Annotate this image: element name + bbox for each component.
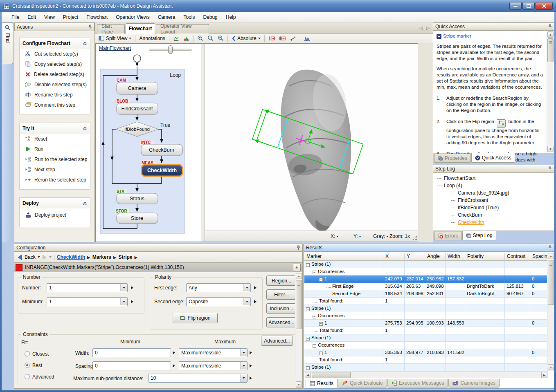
zoom-reset-button[interactable] [206,34,215,42]
table-row[interactable]: Total found:1 [304,327,547,334]
table-row[interactable]: −Stripe (1) [304,261,547,268]
chevron-down-icon[interactable] [240,374,247,382]
table-row[interactable]: Second Edge168.534208.398252.801DarkToBr… [304,290,547,298]
camera-image-view[interactable] [205,44,418,231]
table-row[interactable]: Total found:1 [304,298,547,305]
collapse-chevron-icon[interactable] [83,126,87,131]
tab-properties[interactable]: Properties [434,154,471,163]
results-vertical-scrollbar[interactable]: ▲ ▼ [547,253,554,371]
configuration-scrollbar[interactable]: ▲ ▼ [295,273,302,388]
parameter-expand-icon[interactable] [131,286,133,289]
action-delete[interactable]: Delete selected step(s) [20,69,90,79]
radio-advanced[interactable] [25,374,30,379]
pin-icon[interactable] [548,166,552,171]
parameter-expand-icon[interactable] [250,351,252,354]
minimize-button[interactable] [509,2,522,10]
parameter-expand-icon[interactable] [131,300,133,303]
flowchart-pane[interactable]: MainFlowchart Loop [96,44,205,242]
parameter-expand-icon[interactable] [254,286,257,289]
results-horizontal-scrollbar[interactable]: ◀ ▶ [304,371,548,378]
configure-flowchart-header[interactable]: Configure Flowchart [20,38,90,49]
chevron-down-icon[interactable] [243,284,250,291]
action-reset[interactable]: Reset [20,134,90,144]
find-tab[interactable]: Find [2,22,13,64]
collapse-icon[interactable]: − [319,278,323,282]
menu-view[interactable]: View [40,13,59,22]
action-disable[interactable]: Disable selected step(s) [20,79,90,90]
pin-icon[interactable] [297,245,300,250]
scrollbar-thumb[interactable] [296,280,302,329]
step-log-item[interactable]: FlowchartStart [433,175,554,182]
export-region-button[interactable] [267,35,277,42]
column-header-x[interactable]: X [383,253,405,261]
table-row[interactable]: +1275.753294.995100.993143.5590 [304,320,547,327]
scroll-right-icon[interactable]: ▶ [541,372,547,378]
region-button[interactable]: Region... [266,276,297,286]
collapse-chevron-icon[interactable] [83,41,87,46]
chevron-down-icon[interactable] [38,256,40,258]
export-marker-button[interactable] [277,35,287,42]
tab-execution-messages[interactable]: Execution Messages [387,379,448,388]
inclusion-button[interactable]: Inclusion... [266,303,297,314]
action-run[interactable]: Run [20,144,90,154]
back-icon[interactable] [17,254,23,260]
column-header-marker[interactable]: Marker [304,253,383,261]
tab-step-log[interactable]: Step Log [462,231,496,240]
tab-flowchart[interactable]: Flowchart [126,23,155,34]
collapse-icon[interactable]: − [313,315,316,318]
action-deploy-project[interactable]: Deploy project [20,208,90,222]
column-header-spacing[interactable]: Spacing [530,253,547,261]
table-row[interactable]: Total found:1 [304,356,547,364]
scroll-up-icon[interactable]: ▲ [296,273,302,279]
table-row[interactable]: −Stripe (1) [304,334,547,342]
parameter-expand-icon[interactable] [173,351,175,354]
filter-button[interactable]: Filter... [266,289,297,300]
first-edge-combobox[interactable]: Any [186,283,251,292]
tab-start-page[interactable]: Start Page [97,24,125,34]
action-cut[interactable]: Cut selected step(s) [20,49,90,59]
radio-label[interactable]: Advanced [32,374,54,380]
menu-edit[interactable]: Edit [23,13,40,22]
table-row[interactable]: First Edge315.624265.63249.098BrightToDa… [304,283,547,290]
number-combobox[interactable]: 1 [47,283,128,292]
zoom-out-button[interactable] [216,34,225,42]
flip-region-button[interactable]: Flip region [173,313,218,323]
pin-icon[interactable] [548,24,552,29]
tab-scroll-right-icon[interactable]: ▷ [426,25,430,31]
menu-tools[interactable]: Tools [179,13,199,22]
advanced-button[interactable]: Advanced... [266,317,297,327]
table-row[interactable]: −Occurrences [304,342,547,349]
maximize-button[interactable] [522,2,535,10]
menu-file[interactable]: File [7,13,23,22]
step-log-item[interactable]: FindCroissant [433,197,554,204]
try-it-header[interactable]: Try It [20,123,90,134]
tab-camera-images[interactable]: Camera Images [448,379,499,388]
chevron-down-icon[interactable] [49,256,52,258]
scroll-left-icon[interactable]: ◀ [305,372,311,378]
pin-icon[interactable] [548,245,552,250]
split-view-button[interactable]: Split View [97,35,133,42]
tab-quick-evaluate[interactable]: Quick Evaluate [338,379,387,388]
chevron-down-icon[interactable] [240,349,247,356]
action-next-step[interactable]: Next step [20,164,90,175]
table-row[interactable]: −Occurrences [304,268,547,276]
step-log-item[interactable]: CheckBurn [433,211,554,219]
menu-operator-views[interactable]: Operator Views [112,13,153,22]
expression-bar[interactable]: INRANGE(CheckWidth.Markers("Stripe").Occ… [14,263,303,272]
collapse-icon[interactable]: − [306,263,310,267]
parameter-expand-icon[interactable] [254,300,257,303]
scroll-down-icon[interactable]: ▼ [548,364,554,370]
annotations-button[interactable]: Annotations [137,35,167,42]
constraints-advanced-button[interactable]: Advanced... [261,336,293,346]
breadcrumb-checkwidth[interactable]: CheckWidth [57,254,85,260]
waveform-button[interactable] [302,35,312,42]
tab-results[interactable]: Results [306,379,338,388]
back-label[interactable]: Back [25,254,36,260]
breadcrumb-stripe[interactable]: Stripe [118,254,132,260]
pin-icon[interactable] [88,25,92,29]
tab-quick-access[interactable]: Quick Access [471,153,515,163]
action-rename[interactable]: Rename this step [20,90,90,100]
action-run-to-step[interactable]: Run to the selected step [20,154,90,164]
scrollbar-thumb[interactable] [548,260,554,305]
tab-operator-view-layout[interactable]: Operator View Layout [156,24,209,34]
